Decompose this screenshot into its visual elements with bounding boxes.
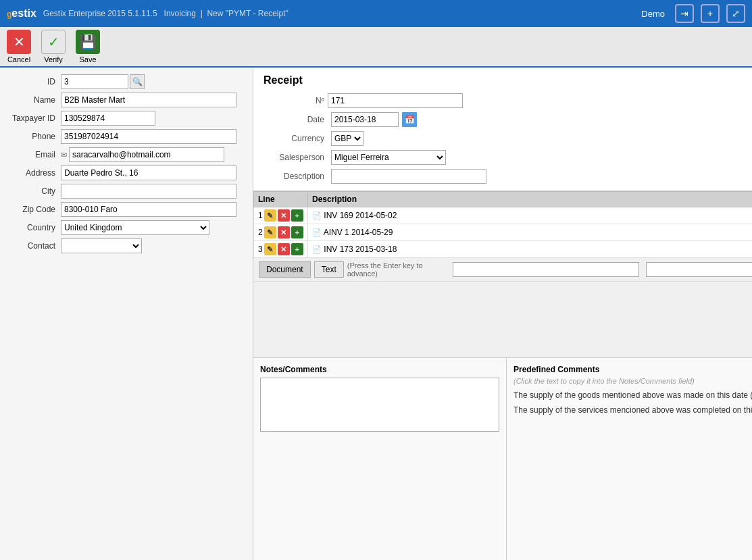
app-logo: gestix bbox=[7, 7, 36, 20]
receipt-description-row: Description bbox=[264, 169, 752, 184]
receipt-number-row: Nº bbox=[264, 93, 752, 108]
predefined-hint: (Click the text to copy it into the Note… bbox=[513, 377, 752, 385]
notes-section: Notes/Comments bbox=[253, 357, 507, 560]
name-input[interactable] bbox=[61, 93, 236, 107]
country-select[interactable]: United Kingdom Portugal Spain France bbox=[61, 220, 209, 235]
id-row: ID 🔍 bbox=[7, 74, 246, 89]
taxpayer-row: Taxpayer ID bbox=[7, 111, 246, 126]
main-content: ID 🔍 Name Taxpayer ID Phone Email ✉ Addr… bbox=[0, 68, 752, 560]
text-button[interactable]: Text bbox=[314, 261, 344, 278]
edit-line1-button[interactable]: ✎ bbox=[264, 209, 276, 222]
app-header: gestix Gestix Enterprise 2015 5.1.11.5 I… bbox=[0, 0, 752, 27]
new-line-input[interactable] bbox=[453, 262, 639, 277]
verify-icon: ✓ bbox=[41, 30, 66, 54]
toolbar: ✕ Cancel ✓ Verify 💾 Save bbox=[0, 27, 752, 68]
predefined-comment-2[interactable]: The supply of the services mencioned abo… bbox=[513, 405, 752, 415]
table-row: 1 ✎ ✕ + 📄 INV 169 2014-05-02 145.89 bbox=[254, 207, 753, 224]
table-row: 2 ✎ ✕ + 📄 AINV 1 2014-05-29 200.63 bbox=[254, 224, 753, 241]
row1-desc-icon: 📄 bbox=[312, 211, 322, 220]
email-label: Email bbox=[7, 150, 61, 159]
receipt-date-input[interactable] bbox=[331, 112, 399, 127]
add-line2-button[interactable]: + bbox=[291, 226, 303, 238]
city-input[interactable] bbox=[61, 184, 236, 199]
verify-button[interactable]: ✓ Verify bbox=[41, 30, 66, 63]
zipcode-row: Zip Code bbox=[7, 202, 246, 217]
receipt-currency-row: Currency GBP EUR USD bbox=[264, 131, 752, 146]
receipt-date-row: Date 📅 bbox=[264, 112, 752, 127]
salesperson-select[interactable]: Miguel Ferreira bbox=[331, 150, 446, 165]
predefined-comment-1[interactable]: The supply of the goods mentioned above … bbox=[513, 390, 752, 400]
address-label: Address bbox=[7, 168, 61, 178]
notes-title: Notes/Comments bbox=[260, 365, 499, 374]
edit-line2-button[interactable]: ✎ bbox=[264, 226, 276, 238]
cancel-button[interactable]: ✕ Cancel bbox=[7, 30, 31, 63]
row2-description: AINV 1 2014-05-29 bbox=[324, 228, 393, 237]
receipt-date-label: Date bbox=[264, 115, 324, 124]
receipt-number-input[interactable] bbox=[328, 93, 463, 108]
calendar-button[interactable]: 📅 bbox=[402, 112, 417, 127]
receipt-number-label: Nº bbox=[264, 96, 324, 105]
row3-line-num: 3 bbox=[258, 245, 263, 254]
bottom-section: Notes/Comments Predefined Comments (Clic… bbox=[253, 357, 752, 560]
search-button[interactable]: 🔍 bbox=[130, 74, 145, 89]
phone-input[interactable] bbox=[61, 129, 236, 144]
taxpayer-input[interactable] bbox=[61, 111, 155, 126]
zipcode-label: Zip Code bbox=[7, 205, 61, 214]
country-row: Country United Kingdom Portugal Spain Fr… bbox=[7, 220, 246, 235]
email-input[interactable] bbox=[69, 147, 224, 162]
save-button[interactable]: 💾 Save bbox=[76, 30, 100, 63]
new-doc-value[interactable] bbox=[646, 262, 752, 277]
description-input[interactable] bbox=[331, 169, 486, 184]
id-input[interactable] bbox=[61, 74, 128, 89]
receipt-title: Receipt bbox=[264, 74, 752, 86]
zipcode-input[interactable] bbox=[61, 202, 236, 217]
currency-label: Currency bbox=[264, 134, 324, 143]
delete-line3-button[interactable]: ✕ bbox=[278, 243, 290, 255]
address-input[interactable] bbox=[61, 166, 236, 180]
address-row: Address bbox=[7, 166, 246, 180]
receipt-section: Receipt Nº Date 📅 Currency GBP bbox=[253, 68, 752, 190]
phone-label: Phone bbox=[7, 132, 61, 141]
edit-line3-button[interactable]: ✎ bbox=[264, 243, 276, 255]
city-row: City bbox=[7, 184, 246, 199]
document-button[interactable]: Document bbox=[259, 261, 311, 278]
lines-area: Line Description Document Settlement (%)… bbox=[253, 191, 752, 357]
email-row: Email ✉ bbox=[7, 147, 246, 162]
lines-table: Line Description Document Settlement (%)… bbox=[253, 191, 752, 258]
receipt-salesperson-row: Salesperson Miguel Ferreira bbox=[264, 150, 752, 165]
row3-description: INV 173 2015-03-18 bbox=[324, 245, 397, 254]
row1-description: INV 169 2014-05-02 bbox=[324, 211, 397, 220]
logout-button[interactable]: ⇥ bbox=[675, 4, 694, 23]
phone-row: Phone bbox=[7, 129, 246, 144]
add-line1-button[interactable]: + bbox=[291, 209, 303, 222]
predefined-comments: Predefined Comments (Click the text to c… bbox=[507, 357, 752, 560]
salesperson-label: Salesperson bbox=[264, 153, 324, 162]
demo-label: Demo bbox=[641, 9, 665, 19]
description-label: Description bbox=[264, 172, 324, 181]
maximize-button[interactable]: ⤢ bbox=[726, 4, 745, 23]
cancel-icon: ✕ bbox=[7, 30, 31, 54]
delete-line1-button[interactable]: ✕ bbox=[278, 209, 290, 222]
row2-desc-icon: 📄 bbox=[312, 228, 322, 236]
city-label: City bbox=[7, 186, 61, 196]
new-button[interactable]: + bbox=[701, 4, 720, 23]
save-icon: 💾 bbox=[76, 30, 100, 54]
row1-line-num: 1 bbox=[258, 211, 263, 220]
doc-text-row: Document Text (Press the Enter key to ad… bbox=[253, 258, 752, 282]
name-row: Name bbox=[7, 93, 246, 107]
table-row: 3 ✎ ✕ + 📄 INV 173 2015-03-18 802.53 bbox=[254, 241, 753, 258]
row2-line-num: 2 bbox=[258, 228, 263, 237]
col-description: Description bbox=[308, 192, 753, 207]
country-label: Country bbox=[7, 223, 61, 232]
top-area: Receipt Nº Date 📅 Currency GBP bbox=[253, 68, 752, 191]
id-label: ID bbox=[7, 77, 61, 86]
name-label: Name bbox=[7, 95, 61, 105]
add-line3-button[interactable]: + bbox=[291, 243, 303, 255]
contact-select[interactable] bbox=[61, 238, 142, 253]
currency-select[interactable]: GBP EUR USD bbox=[331, 131, 364, 146]
contact-row: Contact bbox=[7, 238, 246, 253]
predefined-title: Predefined Comments bbox=[513, 365, 752, 374]
delete-line2-button[interactable]: ✕ bbox=[278, 226, 290, 238]
email-icon: ✉ bbox=[61, 151, 67, 159]
notes-textarea[interactable] bbox=[260, 378, 499, 432]
